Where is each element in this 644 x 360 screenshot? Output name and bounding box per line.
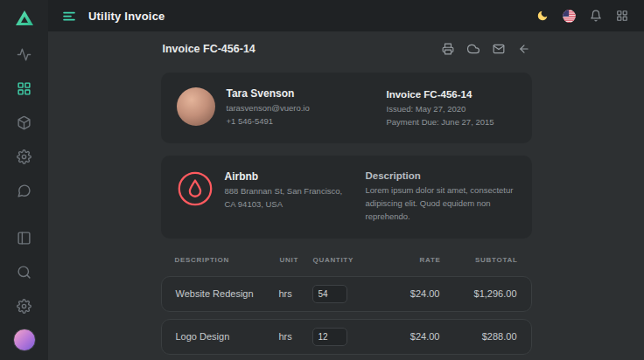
user-avatar[interactable] bbox=[13, 329, 36, 351]
sidebar-item-messages[interactable] bbox=[0, 174, 48, 208]
company-address-2: CA 94103, USA bbox=[225, 198, 343, 211]
header-description: DESCRIPTION bbox=[175, 256, 280, 264]
sidebar bbox=[0, 0, 48, 360]
sidebar-item-dashboard[interactable] bbox=[0, 72, 48, 106]
package-icon bbox=[17, 115, 32, 130]
search-icon bbox=[17, 265, 32, 280]
printer-icon[interactable] bbox=[442, 43, 454, 55]
item-description: Logo Design bbox=[176, 331, 279, 342]
back-arrow-icon[interactable] bbox=[518, 43, 530, 55]
grid-icon bbox=[17, 81, 32, 96]
item-description: Website Redesign bbox=[176, 288, 279, 299]
company-card: Airbnb 888 Brannan St, San Francisco, CA… bbox=[161, 156, 532, 238]
sidebar-bottom-group bbox=[0, 221, 48, 351]
invoice-meta-number: Invoice FC-456-14 bbox=[387, 89, 516, 100]
company-name: Airbnb bbox=[225, 170, 343, 183]
item-rate: $24.00 bbox=[375, 288, 440, 299]
client-name: Tara Svenson bbox=[227, 87, 310, 100]
table-row: Logo Design hrs $24.00 $288.00 bbox=[161, 319, 532, 355]
item-subtotal: $288.00 bbox=[440, 331, 517, 342]
item-rate: $24.00 bbox=[375, 331, 440, 342]
page-title: Utility Invoice bbox=[88, 10, 165, 23]
invoice-due-date: Payment Due: June 27, 2015 bbox=[387, 116, 516, 129]
sidebar-item-panels[interactable] bbox=[0, 221, 48, 255]
panels-icon bbox=[17, 231, 32, 246]
logo-triangle-icon bbox=[14, 8, 35, 29]
app-logo[interactable] bbox=[14, 8, 35, 29]
sidebar-item-preferences[interactable] bbox=[0, 289, 48, 323]
table-row: Website Redesign hrs $24.00 $1,296.00 bbox=[161, 276, 532, 312]
invoice-content: Invoice FC-456-14 T bbox=[161, 31, 532, 360]
menu-icon[interactable] bbox=[62, 9, 76, 23]
client-phone: +1 546-5491 bbox=[227, 115, 310, 128]
header-subtotal: SUBTOTAL bbox=[441, 256, 518, 264]
apps-icon[interactable] bbox=[616, 10, 628, 22]
header-unit: UNIT bbox=[280, 256, 313, 264]
settings-icon bbox=[17, 299, 32, 314]
invoice-issued-date: Issued: May 27, 2020 bbox=[387, 103, 516, 116]
main-area: Utility Invoice bbox=[48, 0, 644, 360]
bell-icon[interactable] bbox=[590, 10, 602, 22]
client-avatar bbox=[177, 87, 215, 126]
items-table: DESCRIPTION UNIT QUANTITY RATE SUBTOTAL … bbox=[161, 251, 532, 360]
header-rate: RATE bbox=[376, 256, 441, 264]
item-subtotal: $1,296.00 bbox=[440, 288, 517, 299]
company-address-1: 888 Brannan St, San Francisco, bbox=[225, 185, 343, 198]
client-email: tarasvenson@vuero.io bbox=[227, 102, 310, 115]
chat-icon bbox=[17, 183, 32, 198]
description-title: Description bbox=[366, 170, 516, 181]
cloud-icon[interactable] bbox=[467, 43, 480, 55]
quantity-input[interactable] bbox=[312, 328, 347, 346]
activity-icon bbox=[17, 47, 32, 62]
quantity-input[interactable] bbox=[312, 285, 347, 303]
us-flag-icon[interactable] bbox=[563, 10, 576, 23]
description-text: Lorem ipsum dolor sit amet, consectetur … bbox=[366, 184, 516, 223]
item-unit: hrs bbox=[279, 288, 312, 299]
sidebar-item-search[interactable] bbox=[0, 255, 48, 289]
table-header-row: DESCRIPTION UNIT QUANTITY RATE SUBTOTAL bbox=[161, 251, 532, 269]
header-quantity: QUANTITY bbox=[313, 256, 376, 264]
moon-icon[interactable] bbox=[536, 10, 549, 22]
sidebar-item-activity[interactable] bbox=[0, 38, 48, 72]
gear-icon bbox=[17, 149, 32, 164]
sidebar-item-settings[interactable] bbox=[0, 140, 48, 174]
client-card: Tara Svenson tarasvenson@vuero.io +1 546… bbox=[161, 73, 532, 143]
invoice-header: Invoice FC-456-14 bbox=[161, 31, 532, 73]
airbnb-logo-icon bbox=[177, 170, 214, 207]
top-navbar: Utility Invoice bbox=[48, 0, 644, 31]
item-unit: hrs bbox=[279, 331, 312, 342]
invoice-number-title: Invoice FC-456-14 bbox=[163, 43, 256, 55]
sidebar-item-products[interactable] bbox=[0, 106, 48, 140]
mail-icon[interactable] bbox=[493, 43, 505, 55]
